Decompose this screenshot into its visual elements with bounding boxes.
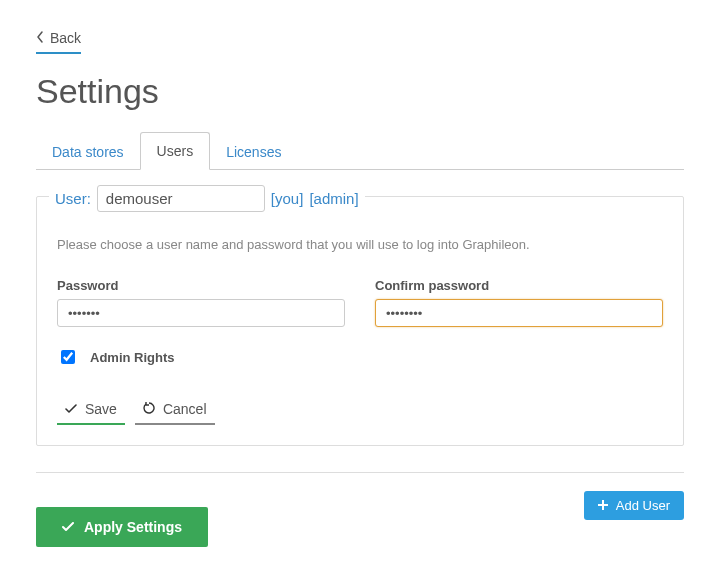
add-user-label: Add User: [616, 498, 670, 513]
footer-row: Apply Settings Add User: [36, 491, 684, 547]
tag-you: [you]: [271, 190, 304, 207]
plus-icon: [598, 498, 608, 513]
page-title: Settings: [36, 72, 684, 111]
admin-rights-row: Admin Rights: [57, 347, 663, 367]
cancel-button[interactable]: Cancel: [135, 397, 215, 425]
check-icon: [65, 401, 77, 417]
save-label: Save: [85, 401, 117, 417]
tab-users[interactable]: Users: [140, 132, 211, 170]
user-legend-label: User:: [55, 190, 91, 207]
divider: [36, 472, 684, 473]
cancel-label: Cancel: [163, 401, 207, 417]
tabs: Data stores Users Licenses: [36, 131, 684, 170]
back-link[interactable]: Back: [36, 30, 81, 54]
password-row: Password Confirm password: [57, 278, 663, 327]
check-icon: [62, 519, 74, 535]
confirm-col: Confirm password: [375, 278, 663, 327]
password-input[interactable]: [57, 299, 345, 327]
help-text: Please choose a user name and password t…: [57, 237, 663, 252]
confirm-password-label: Confirm password: [375, 278, 663, 293]
undo-icon: [143, 401, 155, 417]
user-fieldset: User: [you] [admin] Please choose a user…: [36, 196, 684, 446]
chevron-left-icon: [36, 30, 50, 46]
back-label: Back: [50, 30, 81, 46]
apply-settings-button[interactable]: Apply Settings: [36, 507, 208, 547]
add-user-button[interactable]: Add User: [584, 491, 684, 520]
tag-admin: [admin]: [309, 190, 358, 207]
user-legend: User: [you] [admin]: [49, 185, 365, 212]
settings-page: Back Settings Data stores Users Licenses…: [0, 0, 720, 584]
confirm-password-input[interactable]: [375, 299, 663, 327]
password-col: Password: [57, 278, 345, 327]
username-input[interactable]: [97, 185, 265, 212]
tab-licenses[interactable]: Licenses: [210, 134, 297, 170]
password-label: Password: [57, 278, 345, 293]
admin-rights-checkbox[interactable]: [61, 350, 75, 364]
tab-data-stores[interactable]: Data stores: [36, 134, 140, 170]
form-actions: Save Cancel: [57, 397, 663, 425]
apply-label: Apply Settings: [84, 519, 182, 535]
save-button[interactable]: Save: [57, 397, 125, 425]
admin-rights-label: Admin Rights: [90, 350, 175, 365]
